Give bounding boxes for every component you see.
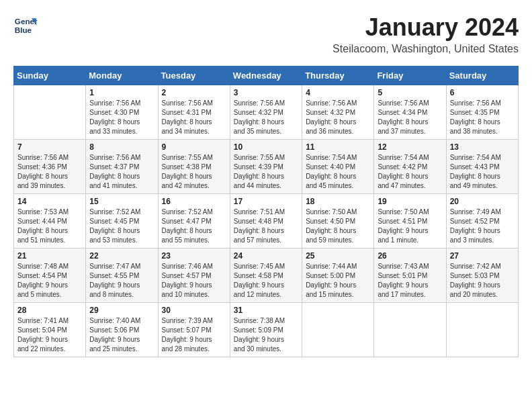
calendar-header: SundayMondayTuesdayWednesdayThursdayFrid… <box>14 66 519 85</box>
week-row-5: 28Sunrise: 7:41 AMSunset: 5:04 PMDayligh… <box>14 303 519 357</box>
day-info: Sunrise: 7:53 AMSunset: 4:44 PMDaylight:… <box>17 208 82 245</box>
calendar-table: SundayMondayTuesdayWednesdayThursdayFrid… <box>13 66 519 357</box>
day-number: 18 <box>306 197 370 206</box>
calendar-cell: 19Sunrise: 7:50 AMSunset: 4:51 PMDayligh… <box>374 194 446 248</box>
week-row-1: 1Sunrise: 7:56 AMSunset: 4:30 PMDaylight… <box>14 85 519 140</box>
day-number: 9 <box>162 142 226 152</box>
calendar-cell <box>446 303 518 357</box>
header-monday: Monday <box>86 66 158 85</box>
day-info: Sunrise: 7:56 AMSunset: 4:30 PMDaylight:… <box>89 99 154 136</box>
day-info: Sunrise: 7:44 AMSunset: 5:00 PMDaylight:… <box>306 262 370 300</box>
calendar-cell: 6Sunrise: 7:56 AMSunset: 4:35 PMDaylight… <box>446 85 518 140</box>
header-thursday: Thursday <box>302 66 374 85</box>
day-info: Sunrise: 7:42 AMSunset: 5:03 PMDaylight:… <box>450 262 515 300</box>
day-info: Sunrise: 7:43 AMSunset: 5:01 PMDaylight:… <box>378 262 442 300</box>
calendar-cell: 12Sunrise: 7:54 AMSunset: 4:42 PMDayligh… <box>374 140 446 194</box>
calendar-cell: 24Sunrise: 7:45 AMSunset: 4:58 PMDayligh… <box>230 248 302 303</box>
day-info: Sunrise: 7:56 AMSunset: 4:35 PMDaylight:… <box>450 99 515 136</box>
week-row-4: 21Sunrise: 7:48 AMSunset: 4:54 PMDayligh… <box>14 248 519 303</box>
day-number: 4 <box>306 88 370 97</box>
day-info: Sunrise: 7:45 AMSunset: 4:58 PMDaylight:… <box>234 262 298 300</box>
day-number: 31 <box>234 306 298 315</box>
header-friday: Friday <box>374 66 446 85</box>
day-info: Sunrise: 7:49 AMSunset: 4:52 PMDaylight:… <box>450 208 515 245</box>
day-number: 25 <box>306 251 370 261</box>
calendar-cell: 10Sunrise: 7:55 AMSunset: 4:39 PMDayligh… <box>230 140 302 194</box>
svg-text:Blue: Blue <box>15 26 32 34</box>
week-row-3: 14Sunrise: 7:53 AMSunset: 4:44 PMDayligh… <box>14 194 519 248</box>
day-info: Sunrise: 7:50 AMSunset: 4:50 PMDaylight:… <box>306 208 370 245</box>
logo: General Blue <box>13 13 38 38</box>
day-number: 11 <box>306 142 370 152</box>
day-number: 27 <box>450 251 515 261</box>
calendar-cell: 29Sunrise: 7:40 AMSunset: 5:06 PMDayligh… <box>86 303 158 357</box>
day-info: Sunrise: 7:54 AMSunset: 4:40 PMDaylight:… <box>306 153 370 191</box>
calendar-cell: 22Sunrise: 7:47 AMSunset: 4:55 PMDayligh… <box>86 248 158 303</box>
day-number: 2 <box>162 88 226 97</box>
header-saturday: Saturday <box>446 66 518 85</box>
calendar-cell: 25Sunrise: 7:44 AMSunset: 5:00 PMDayligh… <box>302 248 374 303</box>
calendar-cell: 17Sunrise: 7:51 AMSunset: 4:48 PMDayligh… <box>230 194 302 248</box>
calendar-cell: 8Sunrise: 7:56 AMSunset: 4:37 PMDaylight… <box>86 140 158 194</box>
calendar-cell: 20Sunrise: 7:49 AMSunset: 4:52 PMDayligh… <box>446 194 518 248</box>
calendar-cell <box>302 303 374 357</box>
day-info: Sunrise: 7:56 AMSunset: 4:36 PMDaylight:… <box>17 153 82 191</box>
day-info: Sunrise: 7:56 AMSunset: 4:32 PMDaylight:… <box>234 99 298 136</box>
day-number: 19 <box>378 197 442 206</box>
calendar-cell: 5Sunrise: 7:56 AMSunset: 4:34 PMDaylight… <box>374 85 446 140</box>
day-info: Sunrise: 7:39 AMSunset: 5:07 PMDaylight:… <box>162 316 226 354</box>
calendar-cell <box>14 85 86 140</box>
day-number: 12 <box>378 142 442 152</box>
day-number: 20 <box>450 197 515 206</box>
header-tuesday: Tuesday <box>158 66 230 85</box>
header-wednesday: Wednesday <box>230 66 302 85</box>
day-info: Sunrise: 7:52 AMSunset: 4:45 PMDaylight:… <box>89 208 154 245</box>
title-section: January 2024 Steilacoom, Washington, Uni… <box>332 13 519 55</box>
day-info: Sunrise: 7:50 AMSunset: 4:51 PMDaylight:… <box>378 208 442 245</box>
month-title: January 2024 <box>332 13 519 42</box>
day-number: 17 <box>234 197 298 206</box>
calendar-cell: 2Sunrise: 7:56 AMSunset: 4:31 PMDaylight… <box>158 85 230 140</box>
day-number: 7 <box>17 142 82 152</box>
calendar-cell <box>374 303 446 357</box>
day-number: 8 <box>89 142 154 152</box>
calendar-cell: 7Sunrise: 7:56 AMSunset: 4:36 PMDaylight… <box>14 140 86 194</box>
day-info: Sunrise: 7:56 AMSunset: 4:32 PMDaylight:… <box>306 99 370 136</box>
calendar-cell: 13Sunrise: 7:54 AMSunset: 4:43 PMDayligh… <box>446 140 518 194</box>
day-info: Sunrise: 7:52 AMSunset: 4:47 PMDaylight:… <box>162 208 226 245</box>
day-info: Sunrise: 7:56 AMSunset: 4:37 PMDaylight:… <box>89 153 154 191</box>
calendar-cell: 28Sunrise: 7:41 AMSunset: 5:04 PMDayligh… <box>14 303 86 357</box>
location-title: Steilacoom, Washington, United States <box>332 43 519 55</box>
day-number: 5 <box>378 88 442 97</box>
day-number: 16 <box>162 197 226 206</box>
day-info: Sunrise: 7:47 AMSunset: 4:55 PMDaylight:… <box>89 262 154 300</box>
day-number: 29 <box>89 306 154 315</box>
day-info: Sunrise: 7:54 AMSunset: 4:42 PMDaylight:… <box>378 153 442 191</box>
day-number: 30 <box>162 306 226 315</box>
header-row: SundayMondayTuesdayWednesdayThursdayFrid… <box>14 66 519 85</box>
page-header: General Blue January 2024 Steilacoom, Wa… <box>13 13 519 55</box>
day-number: 28 <box>17 306 82 315</box>
day-info: Sunrise: 7:40 AMSunset: 5:06 PMDaylight:… <box>89 316 154 354</box>
calendar-cell: 9Sunrise: 7:55 AMSunset: 4:38 PMDaylight… <box>158 140 230 194</box>
calendar-cell: 26Sunrise: 7:43 AMSunset: 5:01 PMDayligh… <box>374 248 446 303</box>
calendar-cell: 3Sunrise: 7:56 AMSunset: 4:32 PMDaylight… <box>230 85 302 140</box>
day-info: Sunrise: 7:38 AMSunset: 5:09 PMDaylight:… <box>234 316 298 354</box>
day-info: Sunrise: 7:51 AMSunset: 4:48 PMDaylight:… <box>234 208 298 245</box>
day-number: 1 <box>89 88 154 97</box>
day-number: 6 <box>450 88 515 97</box>
day-number: 15 <box>89 197 154 206</box>
day-number: 14 <box>17 197 82 206</box>
calendar-cell: 16Sunrise: 7:52 AMSunset: 4:47 PMDayligh… <box>158 194 230 248</box>
day-number: 26 <box>378 251 442 261</box>
day-info: Sunrise: 7:55 AMSunset: 4:38 PMDaylight:… <box>162 153 226 191</box>
calendar-cell: 21Sunrise: 7:48 AMSunset: 4:54 PMDayligh… <box>14 248 86 303</box>
day-number: 24 <box>234 251 298 261</box>
day-info: Sunrise: 7:41 AMSunset: 5:04 PMDaylight:… <box>17 316 82 354</box>
calendar-cell: 31Sunrise: 7:38 AMSunset: 5:09 PMDayligh… <box>230 303 302 357</box>
header-sunday: Sunday <box>14 66 86 85</box>
day-info: Sunrise: 7:55 AMSunset: 4:39 PMDaylight:… <box>234 153 298 191</box>
calendar-cell: 1Sunrise: 7:56 AMSunset: 4:30 PMDaylight… <box>86 85 158 140</box>
day-number: 23 <box>162 251 226 261</box>
day-number: 21 <box>17 251 82 261</box>
